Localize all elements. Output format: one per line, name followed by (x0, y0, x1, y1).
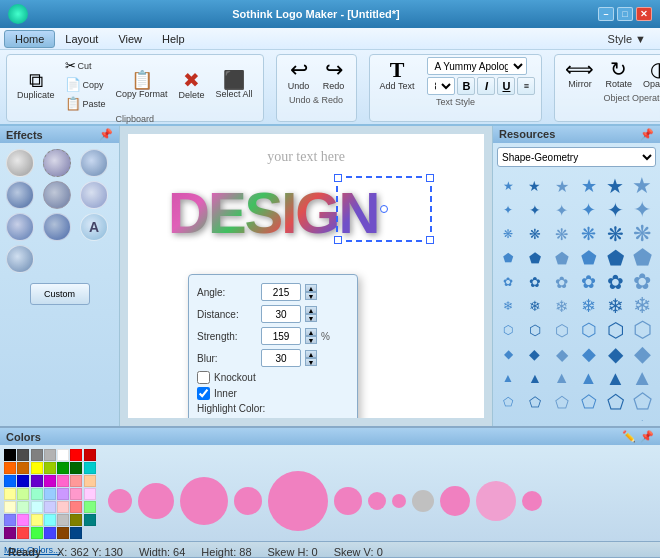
shape-item[interactable]: ✿ (551, 271, 573, 293)
bold-button[interactable]: B (457, 77, 475, 95)
color-cell[interactable] (31, 501, 43, 513)
color-cell[interactable] (44, 449, 56, 461)
shape-item[interactable]: ✿ (631, 271, 653, 293)
strength-input[interactable] (261, 327, 301, 345)
distance-down[interactable]: ▼ (305, 314, 317, 322)
color-cell[interactable] (84, 449, 96, 461)
color-circle[interactable] (234, 487, 262, 515)
shape-item[interactable]: ❄ (497, 295, 519, 317)
rotate-button[interactable]: ↻ Rotate (601, 57, 636, 91)
angle-up[interactable]: ▲ (305, 284, 317, 292)
shape-item[interactable]: ▲ (578, 367, 600, 389)
effect-item[interactable] (43, 181, 71, 209)
color-cell[interactable] (31, 475, 43, 487)
color-cell[interactable] (17, 449, 29, 461)
shape-item[interactable]: ◆ (524, 343, 546, 365)
color-cell[interactable] (44, 475, 56, 487)
color-cell[interactable] (4, 527, 16, 539)
shape-item[interactable]: ⟡ (578, 415, 600, 421)
shape-item[interactable]: ⬡ (631, 319, 653, 341)
color-cell[interactable] (57, 488, 69, 500)
color-cell[interactable] (4, 475, 16, 487)
cut-button[interactable]: ✂ Cut (62, 57, 109, 74)
color-cell[interactable] (31, 488, 43, 500)
underline-button[interactable]: U (497, 77, 515, 95)
color-cell[interactable] (17, 488, 29, 500)
knockout-checkbox[interactable] (197, 371, 210, 384)
effect-item[interactable] (80, 149, 108, 177)
color-cell[interactable] (31, 514, 43, 526)
color-circle[interactable] (522, 491, 542, 511)
color-cell[interactable] (31, 527, 43, 539)
effect-item[interactable] (43, 213, 71, 241)
shape-item[interactable]: ✦ (551, 199, 573, 221)
duplicate-button[interactable]: ⧉ Duplicate (13, 68, 59, 102)
shape-item[interactable]: ✿ (524, 271, 546, 293)
shape-item[interactable]: ⬟ (551, 247, 573, 269)
color-cell[interactable] (57, 527, 69, 539)
blur-down[interactable]: ▼ (305, 358, 317, 366)
shape-item[interactable]: ❋ (551, 223, 573, 245)
color-circle[interactable] (440, 486, 470, 516)
color-cell[interactable] (70, 527, 82, 539)
color-cell[interactable] (57, 514, 69, 526)
shape-item[interactable]: ✦ (578, 199, 600, 221)
shape-item[interactable]: ◆ (631, 343, 653, 365)
shape-item[interactable]: ▲ (604, 367, 626, 389)
custom-button[interactable]: Custom (30, 283, 90, 305)
style-label[interactable]: Style ▼ (598, 31, 656, 47)
shape-item[interactable]: ★ (578, 175, 600, 197)
shape-item[interactable]: ★ (551, 175, 573, 197)
color-cell[interactable] (4, 488, 16, 500)
shape-item[interactable]: ◆ (551, 343, 573, 365)
color-cell[interactable] (31, 462, 43, 474)
shape-item[interactable]: ❋ (631, 223, 653, 245)
add-text-button[interactable]: T Add Text (376, 57, 419, 93)
shape-item[interactable]: ⟡ (524, 415, 546, 421)
effect-item[interactable] (6, 213, 34, 241)
shape-item[interactable]: ✿ (578, 271, 600, 293)
shape-item[interactable]: ❄ (551, 295, 573, 317)
opacity-button[interactable]: ◑ Opacity (639, 57, 660, 91)
close-button[interactable]: ✕ (636, 7, 652, 21)
shape-item[interactable]: ⬡ (604, 319, 626, 341)
color-cell[interactable] (57, 449, 69, 461)
shape-item[interactable]: ⟡ (604, 415, 626, 421)
shape-item[interactable]: ❋ (497, 223, 519, 245)
color-cell[interactable] (70, 475, 82, 487)
color-cell[interactable] (84, 475, 96, 487)
select-all-button[interactable]: ⬛ Select All (212, 69, 257, 101)
shape-item[interactable]: ✿ (604, 271, 626, 293)
color-cell[interactable] (44, 462, 56, 474)
color-cell[interactable] (4, 514, 16, 526)
menu-layout[interactable]: Layout (55, 31, 108, 47)
maximize-button[interactable]: □ (617, 7, 633, 21)
shape-item[interactable]: ❋ (604, 223, 626, 245)
shape-item[interactable]: ⬡ (524, 319, 546, 341)
shape-item[interactable]: ◆ (604, 343, 626, 365)
shape-item[interactable]: ⬟ (497, 247, 519, 269)
shape-item[interactable]: ✦ (497, 199, 519, 221)
shape-item[interactable]: ❄ (604, 295, 626, 317)
color-circle[interactable] (412, 490, 434, 512)
menu-help[interactable]: Help (152, 31, 195, 47)
shape-item[interactable]: ◆ (497, 343, 519, 365)
color-circle[interactable] (268, 471, 328, 531)
minimize-button[interactable]: – (598, 7, 614, 21)
color-circle[interactable] (392, 494, 406, 508)
menu-home[interactable]: Home (4, 30, 55, 48)
color-cell[interactable] (70, 449, 82, 461)
shape-item[interactable]: ⬠ (631, 391, 653, 413)
shape-item[interactable]: ★ (604, 175, 626, 197)
color-cell[interactable] (70, 501, 82, 513)
shape-item[interactable]: ⬠ (497, 391, 519, 413)
shape-item[interactable]: ◆ (578, 343, 600, 365)
color-cell[interactable] (17, 475, 29, 487)
effect-item[interactable] (6, 181, 34, 209)
shape-item[interactable]: ✦ (524, 199, 546, 221)
shape-item[interactable]: ⬠ (524, 391, 546, 413)
color-circle[interactable] (334, 487, 362, 515)
shape-item[interactable]: ❄ (578, 295, 600, 317)
font-size-select[interactable]: 8 (427, 77, 455, 95)
effect-item-text-a[interactable]: A (80, 213, 108, 241)
